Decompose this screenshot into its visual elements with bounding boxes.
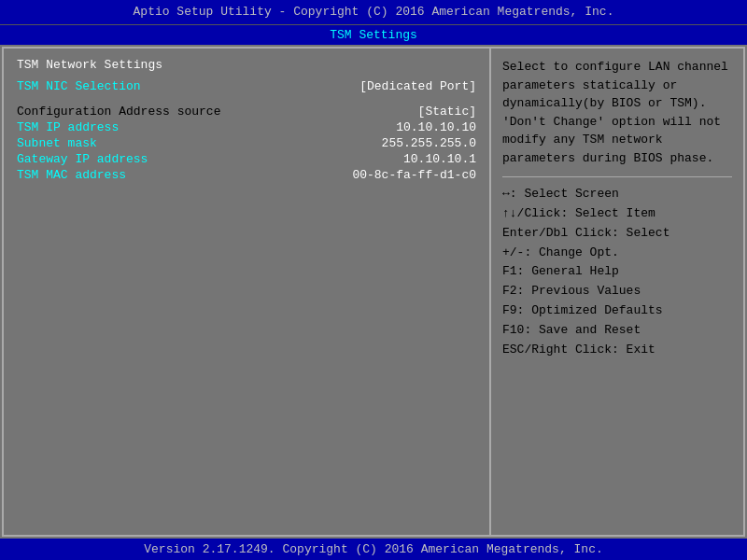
shortcut-change: +/-: Change Opt. [502, 244, 732, 263]
title-bar: TSM Settings [0, 24, 747, 45]
list-item[interactable]: Subnet mask 255.255.255.0 [17, 136, 476, 150]
list-item[interactable]: Gateway IP address 10.10.10.1 [17, 152, 476, 166]
shortcut-select-item: ↑↓/Click: Select Item [502, 204, 732, 224]
item-value: 00-8c-fa-ff-d1-c0 [352, 168, 476, 182]
item-label: Gateway IP address [17, 152, 148, 166]
main-content: TSM Network Settings TSM NIC Selection [… [2, 47, 745, 537]
shortcut-esc: ESC/Right Click: Exit [502, 341, 732, 360]
item-label: TSM IP address [17, 120, 119, 134]
list-item[interactable]: Configuration Address source [Static] [17, 105, 476, 119]
item-label: TSM NIC Selection [17, 79, 141, 93]
top-bar: Aptio Setup Utility - Copyright (C) 2016… [0, 0, 747, 24]
item-value: 10.10.10.10 [396, 120, 476, 134]
list-item[interactable]: TSM MAC address 00-8c-fa-ff-d1-c0 [17, 168, 476, 182]
footer-text: Version 2.17.1249. Copyright (C) 2016 Am… [144, 542, 602, 556]
list-item[interactable]: TSM IP address 10.10.10.10 [17, 120, 476, 134]
left-panel: TSM Network Settings TSM NIC Selection [… [4, 49, 491, 535]
spacer [17, 95, 476, 105]
item-label: TSM MAC address [17, 168, 126, 182]
right-panel: Select to configure LAN channel paramete… [491, 49, 743, 535]
shortcut-f9: F9: Optimized Defaults [502, 301, 732, 321]
app: Aptio Setup Utility - Copyright (C) 2016… [0, 0, 747, 560]
item-value: 255.255.255.0 [382, 136, 476, 150]
divider [502, 176, 732, 177]
bottom-bar: Version 2.17.1249. Copyright (C) 2016 Am… [0, 539, 747, 560]
shortcut-enter: Enter/Dbl Click: Select [502, 224, 732, 244]
shortcut-f10: F10: Save and Reset [502, 321, 732, 341]
shortcut-f2: F2: Previous Values [502, 282, 732, 301]
shortcut-select-screen: ↔: Select Screen [502, 185, 732, 204]
shortcut-f1: F1: General Help [502, 262, 732, 282]
help-text: Select to configure LAN channel paramete… [502, 58, 732, 167]
item-label: Subnet mask [17, 136, 97, 150]
item-label: Configuration Address source [17, 105, 220, 119]
section-header: TSM Network Settings [17, 58, 476, 72]
item-value: [Dedicated Port] [359, 79, 476, 93]
item-value: [Static] [418, 105, 476, 119]
title-text: TSM Settings [330, 28, 417, 42]
list-item[interactable]: TSM NIC Selection [Dedicated Port] [17, 79, 476, 93]
shortcuts: ↔: Select Screen ↑↓/Click: Select Item E… [502, 185, 732, 359]
item-value: 10.10.10.1 [403, 152, 476, 166]
top-bar-text: Aptio Setup Utility - Copyright (C) 2016… [134, 5, 614, 19]
